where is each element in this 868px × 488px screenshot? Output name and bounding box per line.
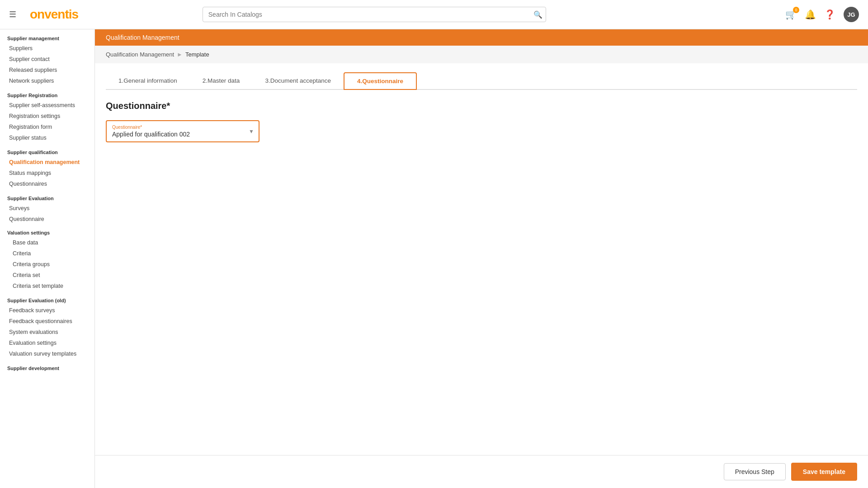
- sidebar-item-feedback-surveys[interactable]: Feedback surveys: [0, 305, 94, 316]
- sidebar-item-qual-management[interactable]: Qualification management: [0, 157, 94, 168]
- sidebar-item-reg-settings[interactable]: Registration settings: [0, 111, 94, 122]
- help-icon[interactable]: ❓: [824, 9, 835, 20]
- sidebar-section-supplier-management: Supplier management: [0, 29, 94, 43]
- sidebar-item-criteria-set-template[interactable]: Criteria set template: [0, 281, 94, 291]
- sidebar-item-surveys[interactable]: Surveys: [0, 203, 94, 214]
- sidebar: Supplier management Suppliers Supplier c…: [0, 29, 95, 488]
- sidebar-item-criteria[interactable]: Criteria: [0, 248, 94, 259]
- questionnaire-dropdown-label: Questionnaire*: [112, 125, 253, 130]
- sidebar-item-feedback-questionnaires[interactable]: Feedback questionnaires: [0, 316, 94, 327]
- hamburger-menu-icon[interactable]: ☰: [9, 9, 16, 19]
- cart-icon[interactable]: 🛒 0: [785, 9, 797, 20]
- sidebar-item-status-mappings[interactable]: Status mappings: [0, 168, 94, 178]
- breadcrumb-parent[interactable]: Qualification Management: [106, 51, 174, 58]
- content-area: Qualification Management Qualification M…: [95, 29, 868, 488]
- sidebar-item-questionnaires[interactable]: Questionnaires: [0, 178, 94, 189]
- sidebar-section-evaluation: Supplier Evaluation: [0, 189, 94, 203]
- search-bar: 🔍: [203, 7, 546, 22]
- logo-text: onventis: [30, 7, 78, 21]
- top-navigation: ☰ onventis 🔍 🛒 0 🔔 ❓ JG: [0, 0, 868, 29]
- sidebar-item-criteria-groups[interactable]: Criteria groups: [0, 259, 94, 270]
- search-input[interactable]: [203, 7, 546, 22]
- user-avatar[interactable]: JG: [844, 7, 859, 22]
- breadcrumb-separator: ►: [177, 51, 183, 58]
- breadcrumb-current: Template: [185, 51, 209, 58]
- sidebar-item-reg-form[interactable]: Registration form: [0, 122, 94, 132]
- sidebar-item-supplier-status[interactable]: Supplier status: [0, 132, 94, 143]
- tab-document-acceptance[interactable]: 3.Document acceptance: [252, 72, 344, 89]
- page-content: 1.General information 2.Master data 3.Do…: [95, 63, 868, 455]
- sidebar-item-supplier-contact[interactable]: Supplier contact: [0, 54, 94, 65]
- sidebar-item-self-assessments[interactable]: Supplier self-assessments: [0, 100, 94, 111]
- sidebar-section-valuation-settings: Valuation settings: [0, 225, 94, 237]
- bottom-action-bar: Previous Step Save template: [95, 455, 868, 488]
- save-template-button[interactable]: Save template: [791, 463, 857, 481]
- sidebar-section-eval-old: Supplier Evaluation (old): [0, 291, 94, 305]
- sidebar-item-questionnaire-eval[interactable]: Questionnaire: [0, 214, 94, 225]
- questionnaire-select[interactable]: Applied for qualification 001 Applied fo…: [112, 131, 253, 138]
- search-button[interactable]: 🔍: [533, 10, 542, 19]
- sidebar-item-evaluation-settings[interactable]: Evaluation settings: [0, 338, 94, 348]
- questionnaire-section: Questionnaire* Questionnaire* Applied fo…: [106, 101, 857, 142]
- tabs: 1.General information 2.Master data 3.Do…: [106, 72, 857, 90]
- notifications-icon[interactable]: 🔔: [805, 9, 816, 20]
- cart-badge: 0: [793, 7, 799, 13]
- sidebar-item-criteria-set[interactable]: Criteria set: [0, 270, 94, 281]
- tab-master-data[interactable]: 2.Master data: [190, 72, 253, 89]
- sidebar-item-base-data[interactable]: Base data: [0, 237, 94, 248]
- tab-questionnaire[interactable]: 4.Questionnaire: [344, 72, 417, 90]
- sidebar-item-system-evaluations[interactable]: System evaluations: [0, 327, 94, 338]
- questionnaire-dropdown-wrapper: Questionnaire* Applied for qualification…: [106, 120, 259, 142]
- previous-step-button[interactable]: Previous Step: [724, 463, 786, 480]
- orange-bar-title: Qualification Management: [106, 34, 179, 41]
- sidebar-item-suppliers[interactable]: Suppliers: [0, 43, 94, 54]
- sidebar-section-registration: Supplier Registration: [0, 86, 94, 100]
- questionnaire-section-title: Questionnaire*: [106, 101, 857, 111]
- nav-actions: 🛒 0 🔔 ❓ JG: [785, 7, 859, 22]
- sidebar-item-valuation-survey-templates[interactable]: Valuation survey templates: [0, 348, 94, 359]
- main-layout: Supplier management Suppliers Supplier c…: [0, 29, 868, 488]
- breadcrumb: Qualification Management ► Template: [95, 46, 868, 63]
- sidebar-item-released-suppliers[interactable]: Released suppliers: [0, 65, 94, 75]
- orange-header-bar: Qualification Management: [95, 29, 868, 46]
- logo: onventis: [30, 7, 78, 22]
- sidebar-section-development: Supplier development: [0, 359, 94, 373]
- sidebar-section-qualification: Supplier qualification: [0, 143, 94, 157]
- sidebar-item-network-suppliers[interactable]: Network suppliers: [0, 75, 94, 86]
- tab-general-information[interactable]: 1.General information: [106, 72, 190, 89]
